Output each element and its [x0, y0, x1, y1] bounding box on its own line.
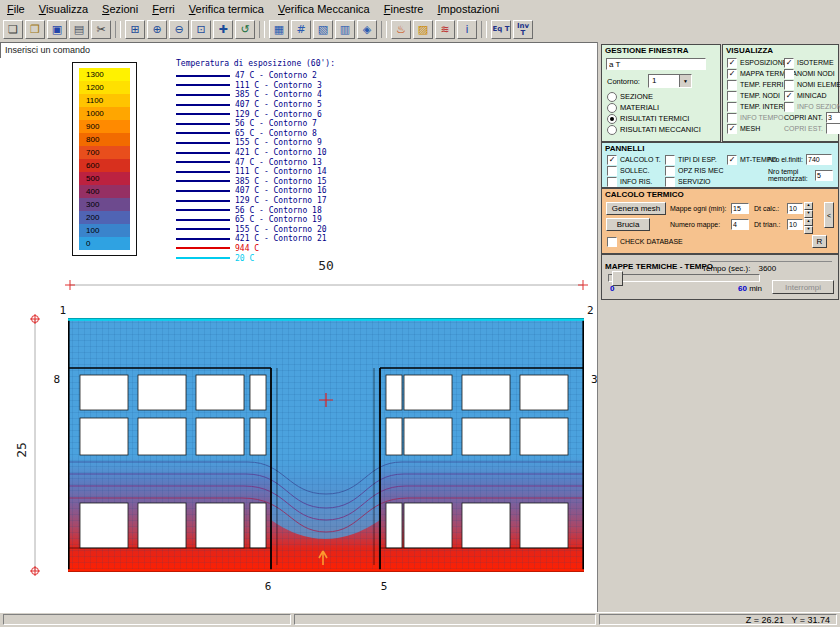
checkbox-mappa-termica[interactable]: ✓MAPPA TERMICA [724, 68, 781, 79]
spin-down-icon[interactable]: ▼ [804, 210, 813, 218]
checkbox-esposizione[interactable]: ✓ESPOSIZIONE [724, 57, 781, 68]
thermal-map-icon[interactable]: ▨ [413, 20, 433, 39]
checkbox-copri-ant[interactable]: COPRI ANT.3 [781, 112, 837, 123]
checkbox-info-ris[interactable]: INFO RIS. [604, 176, 661, 187]
eq-t-icon[interactable]: Eq T [491, 20, 511, 39]
checkbox-info-tempo[interactable]: INFO TEMPO [724, 112, 781, 123]
radio-label: MATERIALI [620, 103, 659, 112]
group-title: PANNELLI [602, 143, 838, 154]
group-title: GESTIONE FINESTRA [602, 45, 720, 56]
mesh-view-icon[interactable]: # [291, 20, 311, 39]
nro-tempi-value[interactable]: 5 [815, 170, 833, 181]
rebar-view-icon[interactable]: ▥ [335, 20, 355, 39]
input-copri-est[interactable] [826, 123, 840, 134]
window-name-input[interactable] [606, 58, 706, 70]
r-button[interactable]: R [812, 235, 827, 248]
checkbox-check-database[interactable]: CHECK DATABASE [604, 236, 683, 247]
checkbox-box [784, 80, 794, 90]
menu-item-ferri[interactable]: Ferri [145, 2, 182, 16]
nodes-view-icon[interactable]: ◈ [357, 20, 377, 39]
mappe-ogni-input[interactable]: 15 [731, 203, 749, 214]
contour-line-swatch [176, 84, 230, 86]
input-copri-ant[interactable]: 3 [826, 112, 840, 123]
spin-up-icon[interactable]: ▲ [804, 202, 813, 210]
checkbox-temp-ferri[interactable]: TEMP. FERRI [724, 79, 781, 90]
isotherms-icon[interactable]: ≋ [435, 20, 455, 39]
materials-view-icon[interactable]: ▧ [313, 20, 333, 39]
genera-mesh-button[interactable]: Genera mesh [606, 202, 666, 215]
menu-item-finestre[interactable]: Finestre [377, 2, 431, 16]
redraw-icon[interactable]: ↺ [235, 20, 255, 39]
checkbox-opz-ris-mec[interactable]: OPZ RIS MEC [662, 165, 724, 176]
contorno-select[interactable]: 1 ▼ [648, 74, 692, 88]
legend-entry: 155 C - Contorno 9 [176, 138, 335, 148]
checkbox-label: OPZ RIS MEC [678, 167, 724, 174]
drawing-canvas[interactable]: 50 25 1 2 8 3 6 5 1300120011001000900800… [0, 58, 597, 612]
checkbox-mesh[interactable]: ✓MESH [724, 123, 781, 134]
new-file-icon[interactable]: ❏ [3, 20, 23, 39]
open-file-icon[interactable]: ❐ [25, 20, 45, 39]
checkbox-info-sezione[interactable]: INFO SEZIONE [781, 101, 837, 112]
dt-calc-input[interactable]: 10 [787, 203, 803, 214]
time-slider[interactable] [608, 274, 760, 282]
menu-item-impostazioni[interactable]: Impostazioni [430, 2, 506, 16]
checkbox-minicad[interactable]: ✓MINICAD [781, 90, 837, 101]
spin-down-icon[interactable]: ▼ [804, 226, 813, 234]
contour-line-swatch [176, 200, 230, 202]
legend-entry-label: 129 C - Contorno 6 [235, 110, 322, 119]
checkbox-calcolo-t[interactable]: ✓CALCOLO T. [604, 154, 661, 165]
brucia-button[interactable]: Brucia [606, 218, 650, 231]
print-icon[interactable]: ▤ [69, 20, 89, 39]
checkbox-label: TIPI DI ESP. [678, 156, 717, 163]
inv-t-icon[interactable]: Inv T [513, 20, 533, 39]
radio-risultati-termici[interactable]: RISULTATI TERMICI [604, 113, 701, 124]
legend-entry-label: 155 C - Contorno 9 [235, 138, 322, 147]
menu-item-sezioni[interactable]: Sezioni [95, 2, 145, 16]
checkbox-sollec[interactable]: SOLLEC. [604, 165, 661, 176]
fire-exposure-icon[interactable]: ♨ [391, 20, 411, 39]
radio-materiali[interactable]: MATERIALI [604, 102, 701, 113]
save-file-icon[interactable]: ▣ [47, 20, 67, 39]
dt-trian-spinner[interactable]: ▲▼ [804, 218, 813, 231]
legend-entry-label: 421 C - Contorno 10 [235, 148, 327, 157]
checkbox-label: CHECK DATABASE [620, 238, 683, 245]
spin-up-icon[interactable]: ▲ [804, 218, 813, 226]
dt-trian-input[interactable]: 10 [787, 219, 803, 230]
checkbox-nomi-elementi[interactable]: NOMI ELEMENTI [781, 79, 837, 90]
zoom-extents-icon[interactable]: ⊡ [191, 20, 211, 39]
checkbox-label: TEMP. NODI [740, 92, 780, 99]
checkbox-box [727, 113, 737, 123]
zoom-in-icon[interactable]: ⊕ [147, 20, 167, 39]
checkbox-box [784, 69, 794, 79]
radio-risultati-meccanici[interactable]: RISULTATI MECCANICI [604, 124, 701, 135]
checkbox-copri-est[interactable]: COPRI EST. [781, 123, 837, 134]
contour-line-swatch [176, 209, 230, 211]
checkbox-tipi-di-esp[interactable]: TIPI DI ESP. [662, 154, 724, 165]
zoom-window-icon[interactable]: ⊞ [125, 20, 145, 39]
chevron-down-icon[interactable]: ▼ [679, 75, 691, 87]
legend-entry-label: 944 C [235, 244, 259, 253]
checkbox-isoterme[interactable]: ✓ISOTERME [781, 57, 837, 68]
menu-item-file[interactable]: File [0, 2, 32, 16]
menu-item-visualizza[interactable]: Visualizza [32, 2, 95, 16]
checkbox-nomi-nodi[interactable]: NOMI NODI [781, 68, 837, 79]
cut-icon[interactable]: ✂ [91, 20, 111, 39]
legend-entry-label: 407 C - Contorno 5 [235, 100, 322, 109]
checkbox-temp-nodi[interactable]: TEMP. NODI [724, 90, 781, 101]
checkbox-label: INFO TEMPO [740, 114, 783, 121]
tempo-label: Tempo (sec.): [702, 264, 750, 273]
zoom-out-icon[interactable]: ⊖ [169, 20, 189, 39]
interrompi-button[interactable]: Interrompi [772, 280, 834, 294]
menu-item-verifica-termica[interactable]: Verifica termica [182, 2, 271, 16]
section-view-icon[interactable]: ▦ [269, 20, 289, 39]
dt-calc-spinner[interactable]: ▲▼ [804, 202, 813, 215]
nro-el-finiti-value[interactable]: 740 [806, 154, 832, 165]
info-icon[interactable]: i [457, 20, 477, 39]
numero-mappe-input[interactable]: 4 [731, 219, 749, 230]
checkbox-servizio[interactable]: SERVIZIO [662, 176, 724, 187]
pan-icon[interactable]: ✚ [213, 20, 233, 39]
collapse-panel-button[interactable]: < [824, 202, 834, 228]
radio-sezione[interactable]: SEZIONE [604, 91, 701, 102]
menu-item-verifica-meccanica[interactable]: Verifica Meccanica [271, 2, 377, 16]
checkbox-temp-interne[interactable]: TEMP. INTERNE [724, 101, 781, 112]
